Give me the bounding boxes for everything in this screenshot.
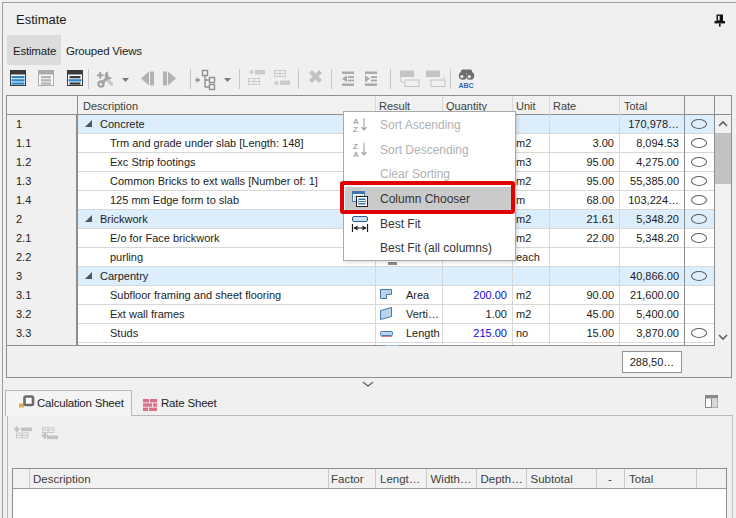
- svg-text:Z: Z: [353, 125, 358, 134]
- svg-text:ABC: ABC: [459, 82, 474, 89]
- svg-text:Verti…: Verti…: [406, 308, 439, 320]
- svg-text:A: A: [353, 150, 359, 159]
- svg-text:Length: Length: [406, 327, 440, 339]
- svg-text:Area: Area: [406, 289, 430, 301]
